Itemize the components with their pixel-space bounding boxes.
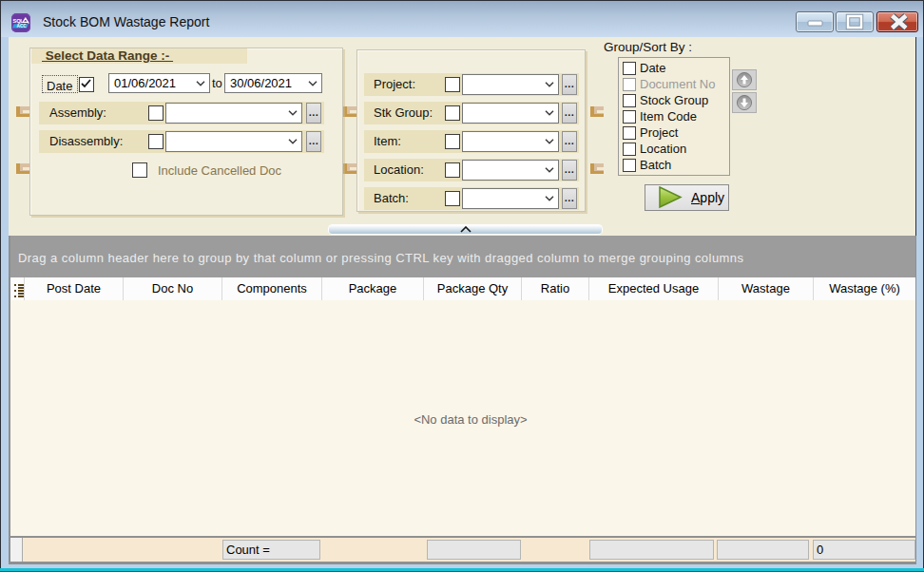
svg-text:ACC: ACC bbox=[17, 24, 28, 29]
